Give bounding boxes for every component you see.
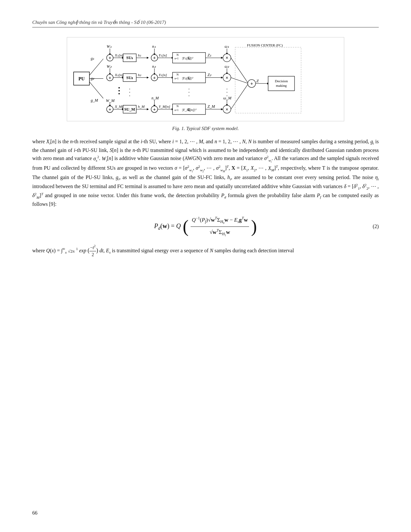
svg-text:+: + [108, 55, 111, 60]
svg-text:X₁[n]: X₁[n] [115, 53, 123, 57]
svg-text:N: N [176, 105, 179, 108]
system-diagram: PU g₁ g₂ g_M W₁ [70, 41, 341, 116]
svg-line-102 [231, 77, 248, 83]
svg-line-7 [89, 82, 103, 98]
equation-2: Pd(w) = Q ( Q−1(Pf)√wTΣH0w − EsgTw √wTΣH… [32, 215, 379, 238]
svg-text:+: + [153, 75, 155, 80]
header-text: Chuyên san Công nghệ thông tin và Truyền… [32, 20, 166, 25]
svg-text:Z: Z [256, 78, 259, 83]
svg-text:SU₂: SU₂ [126, 75, 133, 80]
svg-text:Y₂[n]: Y₂[n] [159, 73, 167, 77]
svg-text:Z_M: Z_M [207, 104, 215, 109]
svg-text:X₂[n]: X₂[n] [115, 73, 123, 77]
svg-line-103 [231, 84, 248, 109]
svg-line-101 [231, 58, 248, 84]
svg-text:n=1: n=1 [175, 57, 179, 60]
svg-text:n₁: n₁ [152, 44, 155, 49]
svg-point-8 [118, 87, 120, 88]
svg-text:×: × [226, 75, 228, 80]
svg-text:.: . [129, 91, 130, 97]
svg-text:W₂: W₂ [106, 64, 112, 69]
diagram-wrapper: PU g₁ g₂ g_M W₁ [67, 37, 344, 121]
svg-text:SU_M: SU_M [124, 107, 135, 112]
svg-text:+: + [108, 107, 111, 112]
svg-text:|Y₁[n]|²: |Y₁[n]|² [182, 56, 193, 60]
svg-text:+: + [153, 55, 155, 60]
svg-text:SU₁: SU₁ [126, 55, 133, 60]
svg-text:|Y_M[n]|²: |Y_M[n]|² [182, 108, 196, 112]
svg-text:Y₁[n]: Y₁[n] [159, 53, 167, 57]
svg-text:n=1: n=1 [175, 77, 179, 80]
svg-text:ω₁: ω₁ [225, 44, 229, 49]
svg-line-5 [89, 59, 103, 75]
svg-text:g₂: g₂ [91, 76, 95, 81]
svg-text:Y_M[n]: Y_M[n] [159, 105, 170, 108]
svg-point-10 [118, 93, 120, 94]
equation-number: (2) [373, 223, 379, 231]
svg-text:ω_M: ω_M [223, 96, 232, 100]
equation-display: Pd(w) = Q ( Q−1(Pf)√wTΣH0w − EsgTw √wTΣH… [154, 215, 257, 238]
page-header: Chuyên san Công nghệ thông tin và Truyền… [32, 19, 379, 27]
svg-text:n₂: n₂ [152, 64, 156, 69]
svg-text:+: + [108, 75, 111, 80]
svg-text:×: × [226, 55, 228, 60]
svg-text:Z₁: Z₁ [207, 53, 211, 57]
page-number: 66 [32, 510, 37, 516]
svg-text:+: + [153, 107, 155, 112]
svg-text:PU: PU [78, 76, 85, 81]
page: Chuyên san Công nghệ thông tin và Truyền… [0, 0, 411, 532]
svg-text:W_M: W_M [106, 98, 115, 103]
svg-text:h₂: h₂ [138, 73, 142, 77]
svg-text:×: × [226, 107, 228, 112]
svg-text:n=1: n=1 [175, 109, 179, 112]
svg-text:ω₂: ω₂ [225, 64, 229, 69]
svg-text:Decision: Decision [275, 79, 288, 83]
svg-text:N: N [176, 73, 179, 76]
svg-text:g_M: g_M [91, 98, 98, 103]
paragraph-2: where Q(x) = ∫∞x √2π√2π1 exp (−t22) dt, … [32, 244, 379, 258]
paragraph-1: where Xi[n] is the n-th received sample … [32, 138, 379, 208]
figure-caption: Fig. 1. Typical SDF system model. [172, 126, 239, 131]
svg-text:FUSION CENTER (FC): FUSION CENTER (FC) [247, 43, 283, 47]
svg-text:n_M: n_M [151, 96, 159, 100]
svg-text:|Y₂[n]|²: |Y₂[n]|² [182, 76, 193, 80]
svg-text:g₁: g₁ [91, 56, 94, 61]
svg-text:h₁: h₁ [138, 53, 142, 57]
svg-text:N: N [176, 53, 179, 56]
body-text: where Xi[n] is the n-th received sample … [32, 138, 379, 258]
svg-text:W₁: W₁ [106, 44, 111, 49]
svg-text:.: . [188, 91, 190, 97]
figure-container: PU g₁ g₂ g_M W₁ [32, 37, 379, 131]
svg-text:Z₂: Z₂ [207, 73, 212, 77]
svg-text:making: making [276, 84, 287, 87]
svg-text:+: + [250, 81, 253, 86]
svg-point-9 [118, 90, 120, 91]
svg-text:h_M: h_M [138, 105, 145, 108]
